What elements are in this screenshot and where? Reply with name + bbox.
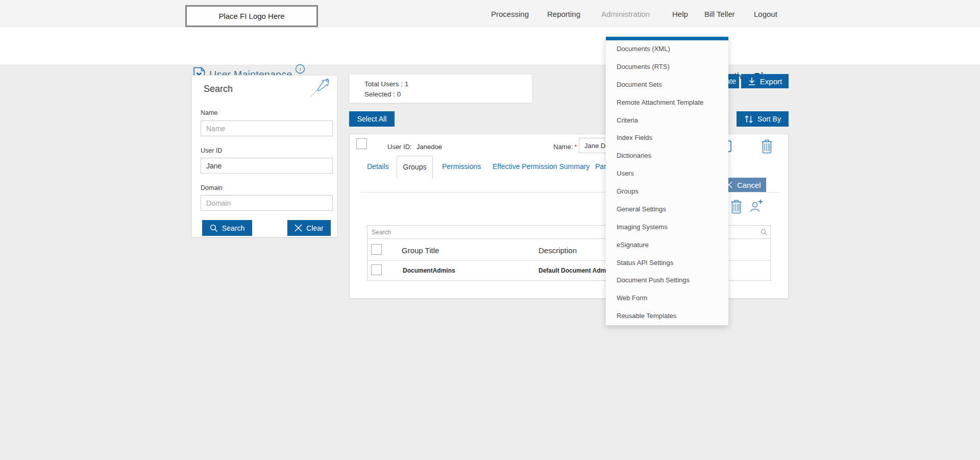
required-asterisk: * <box>574 143 577 151</box>
menu-item-document-sets[interactable]: Document Sets <box>606 76 728 94</box>
pin-icon[interactable] <box>308 77 332 99</box>
page-header: User Maintenance i ctive Sign <box>0 28 980 65</box>
menu-item-dictionaries[interactable]: Dictionaries <box>606 147 728 165</box>
add-user-to-group-icon[interactable] <box>749 199 764 213</box>
nav-logout[interactable]: Logout <box>754 10 777 18</box>
user-row-checkbox[interactable] <box>356 138 367 149</box>
summary-panel: Total Users : 1 Selected : 0 <box>349 74 532 103</box>
info-icon[interactable]: i <box>295 64 305 74</box>
download-icon <box>748 77 756 86</box>
name-label: Name <box>201 109 217 116</box>
nav-user-bill-teller[interactable]: Bill Teller <box>704 10 735 18</box>
export-button[interactable]: Export <box>741 74 789 88</box>
name-field-label: Name:* <box>553 143 577 151</box>
user-id-value: Janedoe <box>416 143 442 151</box>
user-search-panel: Search Name User ID Domain Search Clear <box>191 75 337 237</box>
administration-dropdown-menu: Documents (XML) Documents (RTS) Document… <box>606 37 728 325</box>
search-button-label: Search <box>222 224 244 232</box>
x-icon <box>295 224 302 232</box>
domain-label: Domain <box>201 184 223 191</box>
selected-count: Selected : 0 <box>364 90 401 98</box>
select-all-groups-checkbox[interactable] <box>371 244 382 255</box>
fi-logo-placeholder: Place FI Logo Here <box>185 5 318 27</box>
tab-effective-permission-summary[interactable]: Effective Permission Summary <box>493 162 590 171</box>
name-search-input[interactable] <box>201 120 333 136</box>
menu-item-users[interactable]: Users <box>606 165 728 183</box>
search-button[interactable]: Search <box>202 220 252 236</box>
user-id-label: User ID: <box>387 143 412 151</box>
clear-button-label: Clear <box>306 224 323 232</box>
menu-item-index-fields[interactable]: Index Fields <box>606 129 728 147</box>
nav-administration[interactable]: Administration <box>601 10 650 18</box>
group-title-cell: DocumentAdmins <box>403 267 455 274</box>
column-description: Description <box>538 246 577 255</box>
cancel-label: Cancel <box>737 181 761 189</box>
group-row-checkbox[interactable] <box>371 264 382 275</box>
sort-by-button[interactable]: Sort By <box>737 111 789 127</box>
total-users-count: Total Users : 1 <box>364 80 408 88</box>
menu-item-groups[interactable]: Groups <box>606 183 728 201</box>
select-all-label: Select All <box>357 115 387 123</box>
menu-item-documents-xml[interactable]: Documents (XML) <box>606 40 728 58</box>
fi-logo-text: Place FI Logo Here <box>218 12 284 20</box>
menu-item-criteria[interactable]: Criteria <box>606 112 728 130</box>
name-label-text: Name: <box>553 143 573 151</box>
nav-reporting[interactable]: Reporting <box>547 10 580 18</box>
userid-label: User ID <box>201 147 222 154</box>
tab-details[interactable]: Details <box>367 162 389 171</box>
menu-item-remote-attachment-template[interactable]: Remote Attachment Template <box>606 94 728 112</box>
app: Place FI Logo Here Processing Reporting … <box>0 0 980 460</box>
tab-groups-label: Groups <box>403 163 427 171</box>
sort-arrows-icon <box>744 115 753 124</box>
menu-item-web-form[interactable]: Web Form <box>606 289 728 307</box>
delete-user-icon[interactable] <box>761 139 773 154</box>
search-icon <box>210 224 218 232</box>
menu-item-esignature[interactable]: eSignature <box>606 236 728 254</box>
dropdown-panel: Documents (XML) Documents (RTS) Document… <box>606 40 728 325</box>
top-bar: Place FI Logo Here Processing Reporting … <box>0 0 980 28</box>
menu-item-imaging-systems[interactable]: Imaging Systems <box>606 219 728 236</box>
column-group-title: Group Title <box>402 246 439 255</box>
tab-permissions[interactable]: Permissions <box>442 162 481 171</box>
delete-group-icon[interactable] <box>730 200 742 214</box>
search-icon <box>761 229 767 235</box>
menu-item-general-settings[interactable]: General Settings <box>606 201 728 219</box>
clear-button[interactable]: Clear <box>287 220 331 236</box>
menu-item-documents-rts[interactable]: Documents (RTS) <box>606 58 728 76</box>
domain-search-input[interactable] <box>201 195 333 211</box>
dropdown-accent-bar <box>606 37 728 40</box>
export-label: Export <box>760 77 782 86</box>
svg-text:i: i <box>299 66 301 72</box>
sort-by-label: Sort By <box>757 115 781 123</box>
tab-groups[interactable]: Groups <box>397 156 433 179</box>
search-panel-title: Search <box>204 84 233 94</box>
userid-search-input[interactable] <box>201 158 333 174</box>
menu-item-status-api-settings[interactable]: Status API Settings <box>606 254 728 272</box>
select-all-button[interactable]: Select All <box>349 111 395 127</box>
menu-item-reusable-templates[interactable]: Reusable Templates <box>606 307 728 325</box>
nav-processing[interactable]: Processing <box>491 10 529 18</box>
nav-help[interactable]: Help <box>672 10 688 18</box>
menu-item-document-push-settings[interactable]: Document Push Settings <box>606 272 728 289</box>
